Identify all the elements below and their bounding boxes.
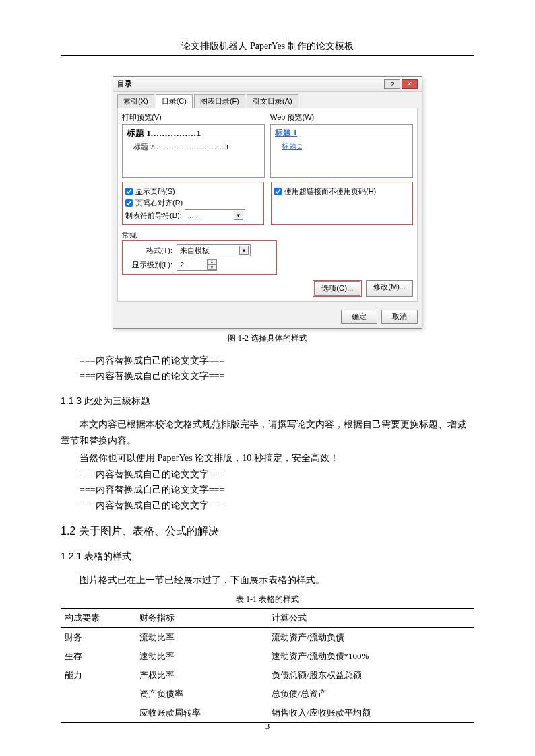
heading-1-2: 1.2 关于图片、表格、公式的解决 (61, 524, 474, 539)
titlebar: 目录 ? ✕ (113, 77, 422, 92)
body-paragraph: 当然你也可以使用 PaperYes 论文排版，10 秒搞定，安全高效！ (61, 450, 474, 467)
heading-1-1-3: 1.1.3 此处为三级标题 (61, 395, 474, 407)
table-cell: 生存 (61, 647, 135, 666)
body-paragraph: 本文内容已根据本校论文格式规范排版完毕，请撰写论文内容，根据自己需要更换标题、增… (61, 417, 474, 449)
table-caption: 表 1-1 表格的样式 (61, 594, 474, 605)
print-preview-box: 标题 1................1 标题 2..............… (122, 124, 265, 178)
table-cell: 速动比率 (135, 647, 268, 666)
table-cell: 流动比率 (135, 628, 268, 648)
body-paragraph: 图片格式已在上一节已经展示过了，下面展示表格的样式。 (61, 572, 474, 588)
format-group: 格式(T): 来自模板▼ 显示级别(L): 2 ▲▼ (122, 240, 277, 275)
placeholder-text: ===内容替换成自己的论文文字=== (61, 483, 474, 497)
options-button[interactable]: 选项(O)... (314, 281, 360, 296)
table-cell: 销售收入/应收账款平均额 (268, 703, 474, 723)
col-header: 财务指标 (135, 609, 268, 628)
placeholder-text: ===内容替换成自己的论文文字=== (61, 498, 474, 512)
web-link-h2[interactable]: 标题 2 (282, 141, 302, 151)
chevron-down-icon: ▼ (239, 246, 249, 255)
page-number: 3 (0, 721, 535, 732)
web-preview-box: 标题 1 标题 2 (270, 124, 413, 178)
level-spinner[interactable]: 2 ▲▼ (177, 259, 217, 271)
chk-show-page[interactable]: 显示页码(S) (125, 186, 261, 197)
chk-hyperlink[interactable]: 使用超链接而不使用页码(H) (274, 186, 410, 197)
leader-label: 制表符前导符(B): (125, 211, 182, 221)
leader-combo[interactable]: .......▼ (185, 209, 245, 221)
col-header: 计算公式 (268, 609, 474, 628)
table-cell: 财务 (61, 628, 135, 648)
help-button[interactable]: ? (384, 79, 400, 89)
placeholder-text: ===内容替换成自己的论文文字=== (61, 353, 474, 368)
table-cell: 负债总额/股东权益总额 (268, 666, 474, 685)
level-label: 显示级别(L): (125, 260, 172, 270)
tab-figures[interactable]: 图表目录(F) (194, 94, 245, 108)
table-cell (61, 703, 135, 723)
ok-button[interactable]: 确定 (341, 310, 377, 324)
modify-button[interactable]: 修改(M)... (366, 280, 413, 297)
col-header: 构成要素 (61, 609, 135, 628)
placeholder-text: ===内容替换成自己的论文文字=== (61, 467, 474, 481)
figure-caption: 图 1-2 选择具体的样式 (61, 333, 474, 344)
dialog-title: 目录 (117, 79, 384, 89)
table-cell: 应收账款周转率 (135, 703, 268, 723)
format-label: 格式(T): (125, 246, 172, 256)
tab-index[interactable]: 索引(X) (117, 94, 154, 108)
page-header: 论文排版机器人 PaperYes 制作的论文模板 (61, 40, 474, 53)
chk-right-align[interactable]: 页码右对齐(R) (125, 198, 261, 208)
table-cell: 资产负债率 (135, 685, 268, 703)
tab-toc[interactable]: 目录(C) (156, 94, 193, 108)
table-cell: 总负债/总资产 (268, 685, 474, 703)
hyperlink-option: 使用超链接而不使用页码(H) (271, 182, 413, 225)
heading-1-2-1: 1.2.1 表格的样式 (61, 551, 474, 563)
toc-dialog: 目录 ? ✕ 索引(X) 目录(C) 图表目录(F) 引文目录(A) 打印预览(… (113, 76, 422, 329)
dialog-body: 打印预览(V) 标题 1................1 标题 2......… (117, 108, 418, 302)
header-rule (61, 55, 474, 56)
table-cell: 产权比率 (135, 666, 268, 685)
format-combo[interactable]: 来自模板▼ (177, 244, 251, 256)
table-cell: 流动资产/流动负债 (268, 628, 474, 648)
table-cell: 能力 (61, 666, 135, 685)
table-cell (61, 685, 135, 703)
figure-dialog: 目录 ? ✕ 索引(X) 目录(C) 图表目录(F) 引文目录(A) 打印预览(… (61, 76, 474, 329)
tab-citations[interactable]: 引文目录(A) (247, 94, 298, 108)
chevron-down-icon: ▼ (234, 211, 243, 220)
page-number-options: 显示页码(S) 页码右对齐(R) 制表符前导符(B): .......▼ (122, 182, 264, 225)
general-label: 常规 (122, 230, 413, 240)
web-link-h1[interactable]: 标题 1 (275, 128, 297, 137)
web-preview-label: Web 预览(W) (270, 112, 413, 123)
data-table: 构成要素 财务指标 计算公式 财务流动比率流动资产/流动负债生存速动比率速动资产… (61, 608, 474, 723)
placeholder-text: ===内容替换成自己的论文文字=== (61, 369, 474, 383)
print-preview-label: 打印预览(V) (122, 112, 265, 123)
table-cell: 速动资产/流动负债*100% (268, 647, 474, 666)
cancel-button[interactable]: 取消 (381, 310, 418, 324)
close-button[interactable]: ✕ (402, 79, 418, 89)
tab-strip: 索引(X) 目录(C) 图表目录(F) 引文目录(A) (113, 92, 422, 108)
